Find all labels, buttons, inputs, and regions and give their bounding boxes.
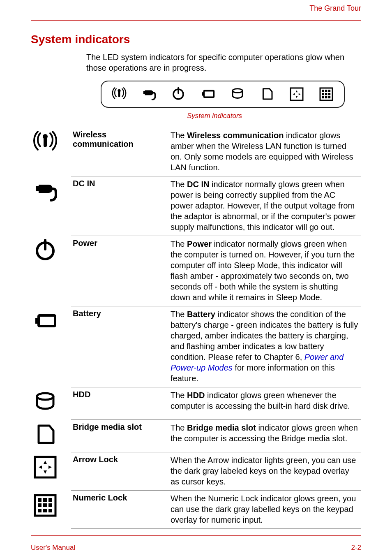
figure-caption: System indicators — [68, 112, 361, 120]
section-title: System indicators — [31, 33, 361, 46]
row-label: Power — [71, 236, 169, 306]
row-description: When the Numeric Lock indicator glows gr… — [169, 491, 361, 529]
row-icon-cell — [31, 387, 71, 420]
dc-in-icon — [32, 179, 58, 204]
row-icon-cell — [31, 452, 71, 491]
indicator-strip-container — [101, 81, 345, 108]
header-chapter-title: The Grand Tour — [309, 4, 361, 13]
table-row: Battery The Battery indicator shows the … — [31, 306, 361, 387]
row-label: HDD — [71, 387, 169, 420]
row-description: The HDD indicator glows green whenever t… — [169, 387, 361, 420]
row-label: Wireless communication — [71, 127, 169, 176]
header-divider — [31, 20, 361, 21]
wireless-icon — [111, 86, 127, 102]
row-description: The Battery indicator shows the conditio… — [169, 306, 361, 387]
row-icon-cell — [31, 491, 71, 529]
row-icon-cell — [31, 306, 71, 387]
row-label: Bridge media slot — [71, 420, 169, 452]
hdd-icon — [32, 390, 58, 415]
row-label: Numeric Lock — [71, 491, 169, 529]
power-icon — [171, 86, 186, 102]
power-icon — [32, 239, 58, 263]
numeric-lock-icon — [318, 86, 334, 102]
row-icon-cell — [31, 420, 71, 452]
row-label: Battery — [71, 306, 169, 387]
page: The Grand Tour System indicators The LED… — [0, 0, 392, 556]
row-description: The Power indicator normally glows green… — [169, 236, 361, 306]
arrow-lock-icon — [289, 86, 304, 102]
battery-icon — [200, 86, 216, 102]
row-icon-cell — [31, 236, 71, 306]
table-row: Numeric Lock When the Numeric Lock indic… — [31, 491, 361, 529]
table-row: DC IN The DC IN indicator normally glows… — [31, 176, 361, 236]
dc-in-icon — [141, 86, 157, 102]
row-description: The DC IN indicator normally glows green… — [169, 176, 361, 236]
footer-page-number: 2-2 — [351, 544, 361, 552]
footer-divider — [31, 535, 361, 536]
row-description: The Bridge media slot indicator glows gr… — [169, 420, 361, 452]
row-label: Arrow Lock — [71, 452, 169, 491]
table-row: HDD The HDD indicator glows green whenev… — [31, 387, 361, 420]
numeric-lock-icon — [32, 493, 58, 518]
row-label: DC IN — [71, 176, 169, 236]
table-row: Bridge media slot The Bridge media slot … — [31, 420, 361, 452]
row-icon-cell — [31, 176, 71, 236]
hdd-icon — [230, 86, 245, 102]
table-row: Power The Power indicator normally glows… — [31, 236, 361, 306]
table-row: Wireless communication The Wireless comm… — [31, 127, 361, 176]
row-description: When the Arrow indicator lights green, y… — [169, 452, 361, 491]
row-description: The Wireless communication indicator glo… — [169, 127, 361, 176]
bridge-media-icon — [259, 86, 275, 102]
table-row: Arrow Lock When the Arrow indicator ligh… — [31, 452, 361, 491]
footer-left: User's Manual — [31, 544, 75, 552]
section-intro: The LED system indicators for specific c… — [86, 52, 361, 73]
battery-icon — [32, 309, 58, 334]
indicator-table: Wireless communication The Wireless comm… — [31, 127, 361, 529]
bridge-media-icon — [32, 422, 58, 447]
wireless-icon — [32, 130, 58, 155]
indicator-strip — [101, 81, 345, 108]
arrow-lock-icon — [32, 455, 58, 480]
row-icon-cell — [31, 127, 71, 176]
